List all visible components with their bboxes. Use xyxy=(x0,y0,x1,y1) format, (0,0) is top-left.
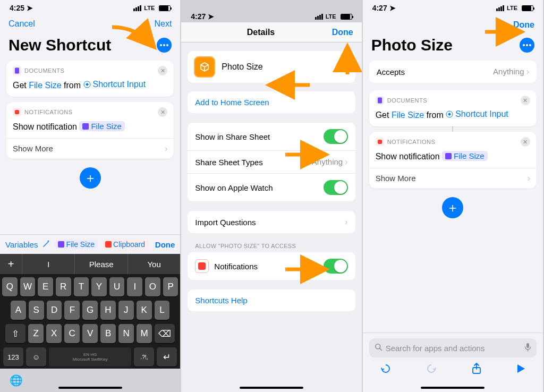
key-n[interactable]: N xyxy=(118,324,134,343)
shortcut-input-token[interactable]: Shortcut Input xyxy=(446,109,508,119)
home-indicator[interactable] xyxy=(421,387,484,389)
import-questions-row[interactable]: Import Questions› xyxy=(188,211,355,233)
show-more-row[interactable]: Show More› xyxy=(369,168,537,189)
key-d[interactable]: D xyxy=(47,301,62,320)
key-o[interactable]: O xyxy=(145,277,160,296)
file-size-variable-chip[interactable]: File Size xyxy=(79,121,125,131)
next-button[interactable]: Next xyxy=(154,19,172,29)
variables-button[interactable]: Variables xyxy=(5,240,38,249)
show-in-share-sheet-row[interactable]: Show in Share Sheet xyxy=(188,123,355,151)
backspace-key[interactable]: ⌫ xyxy=(155,324,175,343)
emoji-key[interactable]: ☺ xyxy=(26,347,46,367)
shortcut-name-input[interactable]: Photo Size xyxy=(222,62,332,72)
svg-rect-2 xyxy=(15,110,19,114)
action-card-documents[interactable]: DOCUMENTS ✕ Get File Size from Shortcut … xyxy=(369,90,537,126)
file-size-token[interactable]: File Size xyxy=(392,110,424,120)
more-button[interactable] xyxy=(520,38,534,53)
share-sheet-types-row[interactable]: Share Sheet TypesAnything › xyxy=(188,151,355,174)
documents-icon xyxy=(376,96,384,105)
key-c[interactable]: C xyxy=(64,324,80,343)
key-a[interactable]: A xyxy=(11,301,26,320)
key-b[interactable]: B xyxy=(100,324,116,343)
key-h[interactable]: H xyxy=(100,301,116,320)
return-key[interactable]: ↵ xyxy=(157,347,177,367)
action-category: DOCUMENTS xyxy=(24,67,64,74)
key-s[interactable]: S xyxy=(29,301,44,320)
show-more-row[interactable]: Show More› xyxy=(6,138,174,159)
shortcut-icon[interactable] xyxy=(194,56,215,78)
home-indicator[interactable] xyxy=(240,387,303,389)
remove-action-icon[interactable]: ✕ xyxy=(158,66,167,75)
keyboard-done-button[interactable]: Done xyxy=(155,240,175,249)
share-button[interactable] xyxy=(471,363,482,377)
action-card-documents[interactable]: DOCUMENTS ✕ Get File Size from Shortcut … xyxy=(6,61,174,97)
file-size-token[interactable]: File Size xyxy=(29,81,61,90)
chevron-right-icon: › xyxy=(526,67,529,76)
search-input[interactable]: Search for apps and actions xyxy=(369,338,537,357)
remove-action-icon[interactable]: ✕ xyxy=(521,137,530,147)
key-l[interactable]: L xyxy=(155,301,170,320)
shortcuts-help-row[interactable]: Shortcuts Help xyxy=(188,289,355,311)
dictation-icon[interactable] xyxy=(524,343,531,353)
done-button[interactable]: Done xyxy=(332,28,353,37)
undo-button[interactable] xyxy=(380,363,392,377)
key-y[interactable]: Y xyxy=(91,277,107,296)
magic-wand-icon[interactable] xyxy=(42,239,50,250)
show-on-apple-watch-row[interactable]: Show on Apple Watch xyxy=(188,174,355,201)
redo-button[interactable] xyxy=(426,363,437,377)
home-indicator[interactable] xyxy=(58,387,122,389)
notifications-permission-row[interactable]: Notifications xyxy=(188,252,355,280)
add-action-button[interactable]: ＋ xyxy=(80,167,101,189)
key-f[interactable]: F xyxy=(64,301,80,320)
chevron-right-icon: › xyxy=(165,144,167,154)
run-button[interactable] xyxy=(516,363,526,377)
key-q[interactable]: Q xyxy=(2,277,18,296)
page-title: Details xyxy=(247,28,275,37)
spacebar-key[interactable]: EN HGMicrosoft SwiftKey xyxy=(49,347,131,367)
key-e[interactable]: E xyxy=(38,277,53,296)
key-k[interactable]: K xyxy=(137,301,152,320)
signal-icon xyxy=(133,5,141,11)
keyboard-prediction-bar[interactable]: +IPleaseYou xyxy=(0,254,180,274)
key-p[interactable]: P xyxy=(163,277,178,296)
shortcut-input-token[interactable]: Shortcut Input xyxy=(83,80,146,89)
chevron-right-icon: › xyxy=(528,174,530,183)
toggle-on[interactable] xyxy=(324,259,348,274)
key-x[interactable]: X xyxy=(46,324,62,343)
key-m[interactable]: M xyxy=(137,324,152,343)
location-icon: ➤ xyxy=(27,4,33,12)
action-card-notifications[interactable]: NOTIFICATIONS ✕ Show notification File S… xyxy=(6,102,174,159)
punctuation-key[interactable]: .?!, xyxy=(134,347,154,367)
svg-rect-3 xyxy=(378,98,382,104)
remove-action-icon[interactable]: ✕ xyxy=(521,96,530,105)
more-button[interactable] xyxy=(157,38,172,53)
add-to-home-screen-row[interactable]: Add to Home Screen xyxy=(188,91,355,113)
shift-key[interactable]: ⇧ xyxy=(5,324,26,343)
keyboard[interactable]: QWERTYUIOP ASDFGHJKL ⇧ ZXCVBNM ⌫ 123 ☺ E… xyxy=(0,274,180,369)
clear-name-icon[interactable]: ✕ xyxy=(338,62,349,72)
accepts-row[interactable]: Accepts Anything › xyxy=(369,61,537,83)
key-z[interactable]: Z xyxy=(28,324,44,343)
action-card-notifications[interactable]: NOTIFICATIONS ✕ Show notification File S… xyxy=(369,132,537,189)
screen-1-new-shortcut: 4:25 ➤ LTE Cancel Next New Shortcut DOCU… xyxy=(0,0,181,392)
globe-icon[interactable]: 🌐 xyxy=(10,374,23,387)
file-size-variable-chip[interactable]: File Size xyxy=(442,151,488,161)
key-t[interactable]: T xyxy=(74,277,89,296)
file-size-variable-pill[interactable]: File Size xyxy=(55,240,98,249)
key-u[interactable]: U xyxy=(109,277,125,296)
key-i[interactable]: I xyxy=(127,277,142,296)
key-w[interactable]: W xyxy=(20,277,36,296)
done-button[interactable]: Done xyxy=(513,20,534,30)
toggle-on[interactable] xyxy=(324,129,348,144)
clipboard-variable-pill[interactable]: Clipboard xyxy=(102,240,148,249)
toggle-on[interactable] xyxy=(324,180,348,195)
key-j[interactable]: J xyxy=(118,301,134,320)
key-g[interactable]: G xyxy=(82,301,98,320)
location-icon: ➤ xyxy=(389,4,396,12)
key-r[interactable]: R xyxy=(56,277,71,296)
cancel-button[interactable]: Cancel xyxy=(8,19,35,29)
key-v[interactable]: V xyxy=(82,324,98,343)
remove-action-icon[interactable]: ✕ xyxy=(158,107,167,117)
numbers-key[interactable]: 123 xyxy=(3,347,23,367)
add-action-button[interactable]: ＋ xyxy=(442,197,463,218)
